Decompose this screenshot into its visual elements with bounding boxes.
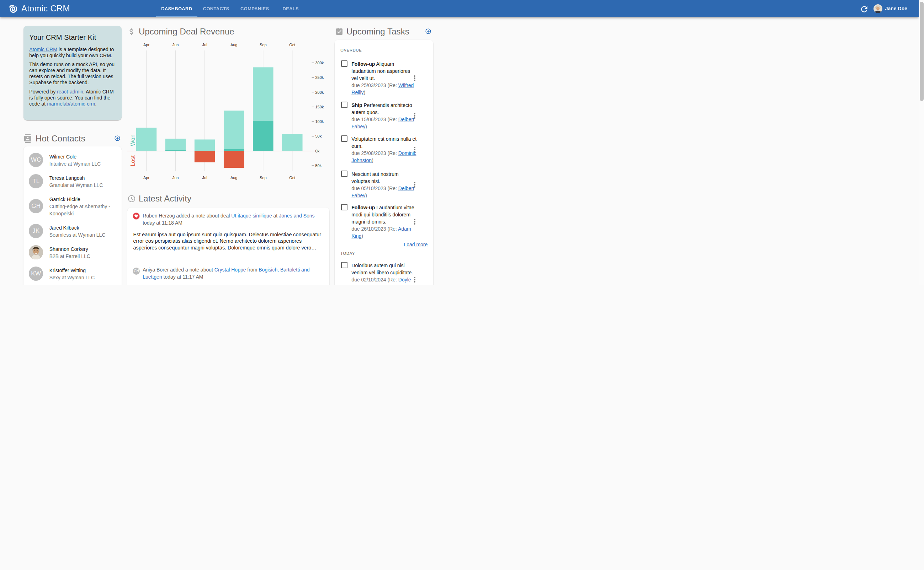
svg-text:0k: 0k bbox=[315, 149, 319, 153]
svg-text:300k: 300k bbox=[315, 61, 324, 65]
svg-text:250k: 250k bbox=[315, 75, 324, 80]
svg-text:200k: 200k bbox=[315, 90, 324, 95]
svg-text:50k: 50k bbox=[315, 134, 321, 138]
svg-text:Sep: Sep bbox=[260, 176, 267, 180]
svg-text:Aug: Aug bbox=[231, 176, 238, 180]
svg-text:150k: 150k bbox=[315, 105, 324, 109]
svg-text:Apr: Apr bbox=[143, 43, 149, 47]
svg-text:Oct: Oct bbox=[289, 43, 295, 47]
svg-text:Lost: Lost bbox=[130, 155, 136, 166]
svg-text:50k: 50k bbox=[315, 164, 321, 168]
svg-text:Oct: Oct bbox=[289, 176, 295, 180]
svg-text:Won: Won bbox=[130, 134, 136, 146]
svg-text:Apr: Apr bbox=[143, 176, 149, 180]
svg-text:Sep: Sep bbox=[260, 43, 267, 47]
svg-text:Jun: Jun bbox=[172, 176, 179, 180]
svg-text:Jul: Jul bbox=[202, 176, 207, 180]
svg-text:100k: 100k bbox=[315, 120, 324, 124]
svg-text:Jun: Jun bbox=[172, 43, 179, 47]
svg-text:Aug: Aug bbox=[231, 43, 238, 47]
svg-text:Jul: Jul bbox=[202, 43, 207, 47]
